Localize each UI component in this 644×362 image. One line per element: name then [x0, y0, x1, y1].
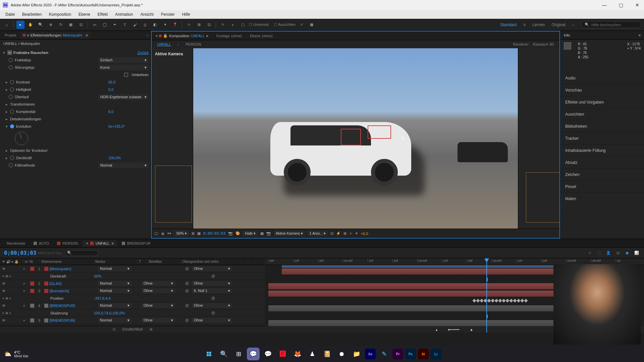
roi-icon[interactable]: ▦: [197, 231, 201, 236]
resolution-dropdown[interactable]: Halb ▾: [243, 231, 258, 236]
twirl-icon[interactable]: ▾: [2, 51, 6, 55]
label-color[interactable]: [30, 289, 34, 293]
twirl-icon[interactable]: ▸: [5, 87, 9, 92]
monitor-icon[interactable]: 🖥: [161, 232, 164, 236]
composition-viewer[interactable]: Aktive Kamera ↖: [152, 48, 559, 229]
label-color[interactable]: [30, 267, 34, 271]
pixel-aspect-icon[interactable]: ⊡: [330, 231, 333, 236]
draft-3d-icon[interactable]: ⬚: [596, 250, 602, 256]
menu-effekt[interactable]: Effekt: [94, 11, 111, 18]
shy-icon[interactable]: 👤: [605, 250, 612, 256]
layer-row[interactable]: 👁 ▸ 5 [BREMSSPUR] Normal▾ Ohne▾ @Ohne▾: [0, 317, 265, 324]
local-axis-icon[interactable]: ⊹: [185, 21, 193, 29]
parent-dropdown[interactable]: Ohne▾: [192, 303, 232, 308]
eraser-tool[interactable]: ◧: [151, 21, 159, 29]
panel-menu-icon[interactable]: ≡: [639, 33, 641, 37]
track-matte-dropdown[interactable]: Ohne▾: [142, 288, 175, 293]
panel-character[interactable]: Zeichen: [560, 168, 644, 180]
exposure-reset-icon[interactable]: ☀: [355, 231, 358, 236]
panel-tracker[interactable]: Tracker: [560, 132, 644, 144]
panel-effects[interactable]: Effekte und Vorgaben: [560, 96, 644, 108]
pickwhip-icon[interactable]: @: [185, 318, 190, 323]
home-icon[interactable]: ⌂: [3, 21, 11, 29]
deckkraft-value[interactable]: 100,0%: [108, 156, 149, 160]
current-timecode[interactable]: 0;00;03;03: [0, 250, 40, 256]
fraktaltyp-dropdown[interactable]: Einfach▾: [98, 57, 149, 63]
minimize-button[interactable]: —: [600, 2, 609, 8]
roto-tool[interactable]: ✦: [161, 21, 169, 29]
stopwatch-icon[interactable]: [10, 110, 14, 114]
label-color[interactable]: [30, 304, 34, 308]
resolution-icon[interactable]: ⊞: [192, 231, 195, 236]
lightroom-icon[interactable]: Lr: [431, 349, 441, 359]
panel-brush[interactable]: Pinsel: [560, 180, 644, 192]
graph-editor-icon[interactable]: 📊: [633, 250, 640, 256]
twirl-icon[interactable]: ▸: [5, 148, 9, 153]
twirl-icon[interactable]: ▸: [5, 102, 9, 107]
blend-mode-dropdown[interactable]: Normal▾: [98, 303, 131, 308]
menu-animation[interactable]: Animation: [112, 11, 136, 18]
camera-dropdown[interactable]: Aktive Kamera ▾: [274, 231, 305, 236]
pan-behind-tool[interactable]: ⊡: [77, 21, 85, 29]
help-search[interactable]: 🔍: [581, 21, 641, 28]
weather-widget[interactable]: ⛅ 4°C Meist klar: [4, 350, 29, 358]
blend-mode-dropdown[interactable]: Normal▾: [98, 288, 131, 293]
stopwatch-icon[interactable]: [9, 95, 13, 99]
stoerung-dropdown[interactable]: Kurve▾: [98, 65, 149, 70]
snapshot-icon[interactable]: 📷: [228, 231, 233, 236]
stopwatch-icon[interactable]: [9, 65, 13, 69]
rect-tool[interactable]: ▭: [91, 21, 99, 29]
label-color[interactable]: [30, 282, 34, 286]
twirl-icon[interactable]: ▸: [23, 303, 25, 308]
panel-libraries[interactable]: Bibliotheken: [560, 120, 644, 132]
keyframe-nav-next[interactable]: ▸: [9, 296, 11, 300]
track-matte-dropdown[interactable]: Ohne▾: [142, 318, 175, 323]
twirl-icon[interactable]: ▸: [23, 281, 25, 286]
zoom-out-icon[interactable]: ▴: [436, 327, 438, 332]
blend-mode-dropdown[interactable]: Normal▾: [98, 266, 131, 271]
track-matte-dropdown[interactable]: Ohne▾: [142, 281, 175, 286]
world-axis-icon[interactable]: ⊞: [195, 21, 203, 29]
toggle-switches-icon[interactable]: ⊡: [113, 327, 115, 331]
mask-icon[interactable]: 👓: [167, 231, 172, 236]
tracker-marker[interactable]: [368, 125, 391, 139]
switches-modes-label[interactable]: Schalter/Modi: [122, 327, 143, 331]
opera-icon[interactable]: 🅾: [276, 348, 289, 360]
pickwhip-icon[interactable]: @: [211, 296, 216, 301]
reset-link[interactable]: Zurück: [137, 51, 149, 55]
workspace-standard[interactable]: Standard: [500, 22, 517, 27]
visibility-toggle[interactable]: 👁: [2, 304, 6, 308]
komplex-value[interactable]: 6,0: [108, 110, 149, 114]
align-icon[interactable]: ⤢: [298, 21, 306, 29]
keyframe-nav-prev[interactable]: ◂: [2, 274, 4, 278]
zoom-slider[interactable]: ●━━━━: [448, 327, 460, 332]
layer-name[interactable]: [GLAS]: [50, 282, 61, 286]
blend-mode-dropdown[interactable]: Normal▾: [98, 281, 131, 286]
stopwatch-icon[interactable]: [10, 80, 14, 84]
layer-row[interactable]: 👁 ▸ 2 [GLAS] Normal▾ Ohne▾ @Ohne▾: [0, 280, 265, 287]
workspace-original[interactable]: Original: [552, 22, 566, 27]
umkehren-checkbox[interactable]: [124, 73, 128, 77]
pickwhip-icon[interactable]: @: [185, 303, 190, 308]
fuell-dropdown[interactable]: Normal▾: [98, 163, 149, 168]
viewer-timecode[interactable]: 0;00;03;03: [203, 231, 225, 236]
label-icon[interactable]: 🏷: [25, 260, 28, 263]
ellipse-tool[interactable]: ◯: [101, 21, 109, 29]
fast-preview-icon[interactable]: ⚡: [336, 231, 341, 236]
helligkeit-value[interactable]: 0,0: [108, 87, 149, 92]
property-value[interactable]: 100,0,74,0,100,0%: [94, 311, 125, 315]
property-value[interactable]: -287,8,4,4: [94, 296, 111, 300]
blend-mode-dropdown[interactable]: Normal▾: [98, 318, 131, 323]
layer-name[interactable]: [Bremslicht]: [50, 289, 69, 293]
menu-ebene[interactable]: Ebene: [75, 11, 94, 18]
visibility-toggle[interactable]: 👁: [2, 282, 6, 286]
search-input[interactable]: [591, 23, 638, 27]
panel-paint[interactable]: Malen: [560, 192, 644, 204]
premiere-icon[interactable]: Pr: [392, 349, 403, 359]
illustrator-icon[interactable]: Ai: [418, 349, 429, 359]
parent-dropdown[interactable]: Ohne▾: [192, 266, 232, 271]
firefox-icon[interactable]: 🦊: [291, 348, 304, 360]
layer-row[interactable]: 👁 ▸ 4 [BREMSSPUR] Normal▾ Ohne▾ @Ohne▾: [0, 302, 265, 309]
hand-tool[interactable]: ✋: [26, 21, 35, 29]
orbit-tool[interactable]: ⊕: [47, 21, 55, 29]
